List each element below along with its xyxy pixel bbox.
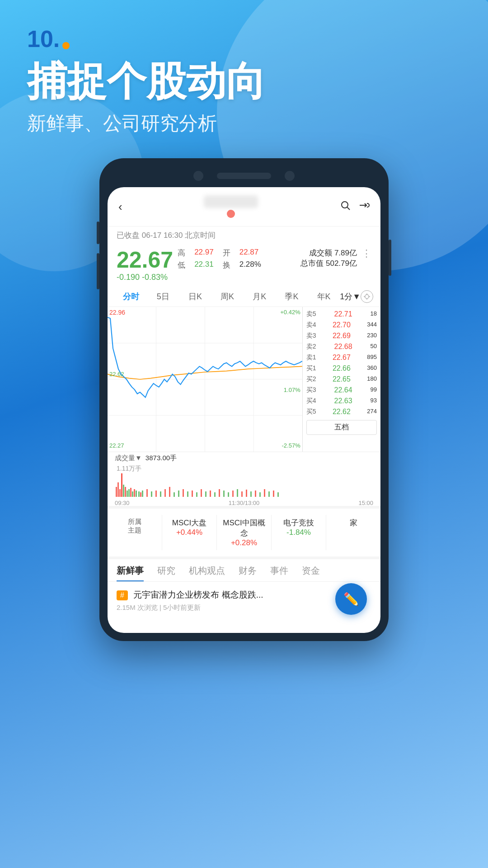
- stock-right-info: 成交额 7.89亿 总市值 502.79亿: [280, 248, 357, 269]
- open-label: 开: [223, 248, 230, 258]
- svg-rect-30: [155, 491, 157, 497]
- order-sell-4: 卖4 22.70 344: [303, 320, 380, 330]
- svg-rect-16: [121, 473, 122, 497]
- svg-rect-32: [164, 489, 166, 497]
- news-tab-research[interactable]: 研究: [157, 565, 175, 581]
- sector-theme-label2: 主题: [111, 526, 158, 535]
- news-tab-events[interactable]: 事件: [270, 565, 288, 581]
- open-value: 22.87: [239, 248, 259, 258]
- chart-tabs: 分时 5日 日K 周K 月K 季K 年K 1分▼: [108, 287, 380, 307]
- phone-notch: [108, 166, 380, 187]
- svg-point-2: [365, 295, 369, 299]
- sell2-label: 卖2: [306, 343, 316, 351]
- svg-rect-48: [237, 489, 238, 497]
- tab-dayk[interactable]: 日K: [179, 289, 211, 304]
- sell1-label: 卖1: [306, 354, 316, 362]
- order-buy-1: 买1 22.66 360: [303, 363, 380, 374]
- tab-fenshi[interactable]: 分时: [115, 289, 147, 304]
- svg-rect-43: [214, 492, 216, 497]
- tab-yeark[interactable]: 年K: [308, 289, 340, 304]
- volume-header: 成交量▼ 3873.00手 1.11万手: [108, 452, 380, 464]
- sector-more-label: 家: [330, 518, 377, 528]
- share-button[interactable]: [359, 200, 370, 213]
- buy1-qty: 360: [367, 364, 377, 373]
- order-buy-2: 买2 22.65 180: [303, 374, 380, 385]
- news-tag: #: [117, 590, 128, 600]
- svg-rect-45: [223, 491, 225, 497]
- tab-1min[interactable]: 1分▼: [340, 291, 361, 302]
- svg-rect-26: [140, 492, 141, 497]
- svg-rect-40: [201, 489, 202, 497]
- svg-rect-29: [151, 491, 152, 497]
- sector-msci-china-name: MSCI中国概念: [221, 518, 267, 538]
- sector-item-more[interactable]: 家: [326, 515, 380, 550]
- back-button[interactable]: ‹: [118, 200, 122, 214]
- tab-weekk[interactable]: 周K: [211, 289, 244, 304]
- crosshair-button[interactable]: [361, 290, 373, 303]
- buy4-label: 买4: [306, 397, 316, 405]
- bottom-spacer: ✏️: [108, 619, 380, 633]
- svg-rect-50: [246, 490, 247, 497]
- high-value: 22.97: [194, 248, 214, 258]
- logo: 10.: [27, 27, 461, 51]
- fab-write-button[interactable]: ✏️: [335, 583, 367, 615]
- phone-screen: ‹: [108, 187, 380, 633]
- sell3-qty: 230: [367, 332, 377, 340]
- tab-5day[interactable]: 5日: [147, 289, 179, 304]
- sell4-qty: 344: [367, 321, 377, 329]
- sector-bar: 所属 主题 MSCI大盘 +0.44% MSCI中国概念 +0.28% 电子竞技…: [108, 506, 380, 557]
- write-icon: ✏️: [343, 592, 359, 607]
- phone-vol-up-button: [97, 222, 99, 244]
- sector-esports-change: -1.84%: [275, 528, 322, 537]
- news-meta: 2.15M 次浏览 | 5小时前更新: [117, 604, 371, 612]
- volume-unit: 1.11万手: [117, 465, 141, 473]
- news-tabs: 新鲜事 研究 机构观点 财务 事件 资金: [108, 557, 380, 581]
- sector-item-theme[interactable]: 所属 主题: [108, 515, 162, 550]
- promo-header: 10. 捕捉个股动向 新鲜事、公司研究分析: [0, 0, 488, 150]
- price-chart-svg: [108, 307, 302, 452]
- svg-rect-17: [123, 485, 124, 497]
- news-tab-institution[interactable]: 机构观点: [189, 565, 225, 581]
- news-tab-finance[interactable]: 财务: [239, 565, 257, 581]
- chart-label-top-right: +0.42%: [280, 309, 300, 316]
- news-tab-capital[interactable]: 资金: [302, 565, 320, 581]
- svg-rect-27: [142, 491, 143, 497]
- phone-vol-down-button: [97, 253, 99, 289]
- svg-rect-20: [128, 489, 130, 497]
- svg-rect-34: [174, 492, 175, 497]
- search-button[interactable]: [340, 200, 351, 213]
- news-tab-fresh[interactable]: 新鲜事: [117, 565, 144, 581]
- buy3-qty: 99: [371, 386, 377, 394]
- chart-label-mid-left: 22.62: [109, 371, 124, 377]
- sector-esports-name: 电子竞技: [275, 518, 322, 528]
- svg-rect-37: [187, 491, 188, 497]
- volume-label[interactable]: 成交量▼: [115, 454, 142, 462]
- turnover-label: 换: [223, 260, 230, 270]
- svg-rect-42: [210, 491, 211, 497]
- sell1-qty: 895: [367, 354, 377, 362]
- sector-item-esports[interactable]: 电子竞技 -1.84%: [272, 515, 326, 550]
- sell1-price: 22.67: [333, 354, 351, 362]
- sector-msci-large-name: MSCI大盘: [166, 518, 213, 528]
- svg-rect-19: [127, 491, 128, 497]
- volume-value: 3873.00手: [145, 454, 177, 462]
- svg-rect-33: [169, 487, 170, 497]
- tab-seasonk[interactable]: 季K: [276, 289, 308, 304]
- svg-rect-28: [146, 489, 148, 497]
- tab-monthk[interactable]: 月K: [244, 289, 276, 304]
- chart-and-orderbook: 22.96 +0.42% 22.62 1.07% 22.27 -2.57%: [108, 307, 380, 452]
- sell4-price: 22.70: [333, 321, 351, 329]
- svg-rect-55: [268, 491, 270, 497]
- sell5-qty: 18: [371, 310, 377, 318]
- svg-rect-49: [241, 491, 243, 497]
- sector-item-msci-large[interactable]: MSCI大盘 +0.44%: [162, 515, 217, 550]
- svg-rect-14: [117, 482, 119, 497]
- more-button[interactable]: ⋮: [357, 248, 371, 259]
- order-sell-5: 卖5 22.71 18: [303, 309, 380, 320]
- svg-rect-56: [273, 491, 274, 497]
- wudang-button[interactable]: 五档: [306, 420, 377, 435]
- sector-item-msci-china[interactable]: MSCI中国概念 +0.28%: [217, 515, 272, 550]
- order-buy-5: 买5 22.62 274: [303, 406, 380, 417]
- svg-point-0: [342, 202, 348, 208]
- order-book: 卖5 22.71 18 卖4 22.70 344 卖3 22.69 230: [303, 307, 380, 452]
